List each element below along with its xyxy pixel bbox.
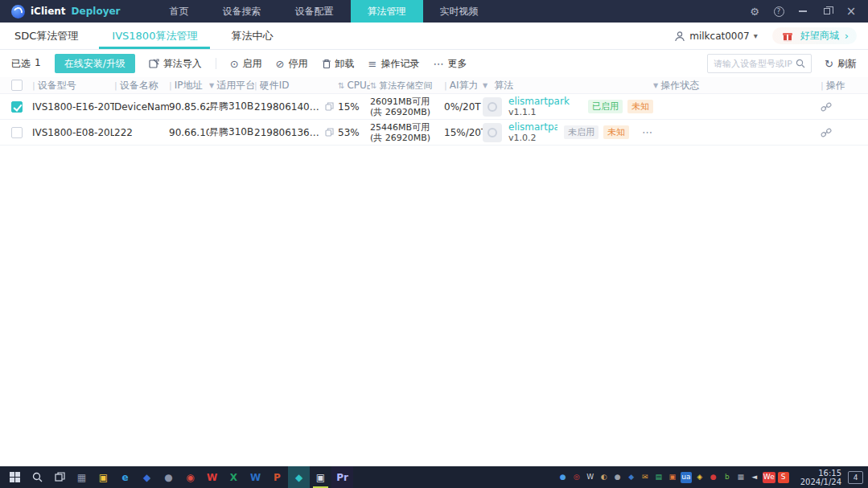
uninstall-button[interactable]: 卸载 xyxy=(322,57,355,71)
install-upgrade-button[interactable]: 在线安装/升级 xyxy=(55,54,135,73)
restore-icon xyxy=(824,8,830,14)
taskbar-app-icon[interactable]: Pr xyxy=(331,466,353,488)
more-icon: ⋯ xyxy=(433,59,443,69)
start-button[interactable] xyxy=(3,466,26,488)
tray-icon[interactable]: W xyxy=(585,472,596,483)
taskbar-app-icon[interactable]: W xyxy=(201,466,223,488)
algorithm-name-link[interactable]: elismartpark xyxy=(508,121,557,133)
row-more-button[interactable]: ⋯ xyxy=(642,129,653,137)
tray-icon[interactable]: b xyxy=(722,472,733,483)
col-device-name[interactable]: |设备名称 xyxy=(114,79,169,92)
tray-icon[interactable]: We xyxy=(763,472,775,483)
nav-item[interactable]: 实时视频 xyxy=(423,0,496,23)
link-icon[interactable] xyxy=(821,102,832,112)
operation-records-button[interactable]: ≡ 操作记录 xyxy=(368,57,420,71)
tray-icon[interactable]: ▣ xyxy=(667,472,678,483)
tray-icon[interactable]: ◈ xyxy=(694,472,706,483)
mall-link[interactable]: 好望商城 › xyxy=(772,27,857,44)
filter-icon[interactable]: ▼ xyxy=(483,82,487,89)
search-input[interactable] xyxy=(714,59,792,69)
taskbar-app-icon[interactable]: P xyxy=(266,466,288,488)
tray-icon[interactable]: ● xyxy=(708,472,719,483)
taskbar-clock[interactable]: 16:15 2024/1/24 xyxy=(800,469,841,486)
nav-item[interactable]: 设备配置 xyxy=(278,0,351,23)
device-name: 222 xyxy=(114,127,169,138)
taskbar-app-icon[interactable]: ▣ xyxy=(93,466,114,488)
copy-icon[interactable] xyxy=(325,128,334,137)
minimize-button[interactable] xyxy=(791,0,815,23)
sort-icon[interactable]: ⇅ xyxy=(370,80,376,91)
col-ip-address[interactable]: |IP地址 xyxy=(169,79,209,92)
tab[interactable]: SDC算法管理 xyxy=(11,23,81,49)
taskbar-app-icon[interactable]: ◉ xyxy=(179,466,201,488)
taskbar-app-icon[interactable]: X xyxy=(223,466,245,488)
col-algorithm[interactable]: ▼算法 xyxy=(483,79,653,92)
col-hardware-id[interactable]: |硬件ID xyxy=(254,79,338,92)
taskbar-app-icon[interactable]: ● xyxy=(158,466,179,488)
tab[interactable]: 算法中心 xyxy=(228,23,276,49)
table-row: IVS1800-E16-20T 128CH DeviceName 90.85.6… xyxy=(0,94,868,120)
enable-button[interactable]: ⊙ 启用 xyxy=(230,57,262,71)
algorithm-import-button[interactable]: 算法导入 xyxy=(149,57,202,71)
taskbar-app-icon[interactable]: ▦ xyxy=(71,466,93,488)
tray-icon[interactable]: ▦ xyxy=(735,472,747,483)
storage-space: 25446MB可用 (共 26920MB) xyxy=(370,122,444,143)
tray-icon[interactable]: ◎ xyxy=(571,472,582,483)
tray-icon[interactable]: ▤ xyxy=(653,472,664,483)
tray-icon[interactable]: ◐ xyxy=(599,472,610,483)
taskbar-app-icon[interactable]: ◆ xyxy=(136,466,158,488)
tray-icon[interactable]: ua xyxy=(681,472,692,483)
col-cpu-usage[interactable]: ⇅CPU占有率 xyxy=(338,79,370,92)
tray-icon[interactable]: ◆ xyxy=(626,472,637,483)
settings-button[interactable]: ⚙ xyxy=(743,0,767,23)
col-storage[interactable]: ⇅算法存储空间 xyxy=(370,80,444,91)
device-search-box xyxy=(707,54,812,73)
restore-button[interactable] xyxy=(815,0,839,23)
sort-icon[interactable]: ⇅ xyxy=(338,81,344,90)
records-icon: ≡ xyxy=(368,59,377,69)
row-checkbox[interactable] xyxy=(11,127,23,138)
notification-center-button[interactable]: 4 xyxy=(848,471,863,484)
tray-icon[interactable]: ✉ xyxy=(640,472,651,483)
refresh-button[interactable]: ↻ 刷新 xyxy=(825,57,857,71)
task-view-icon xyxy=(55,472,65,482)
nav-item[interactable]: 算法管理 xyxy=(351,0,423,23)
disable-button[interactable]: ⊘ 停用 xyxy=(276,57,308,71)
nav-item[interactable]: 首页 xyxy=(153,0,206,23)
algorithm-name-link[interactable]: elismartpark xyxy=(508,96,582,107)
toolbar: 已选1 在线安装/升级 算法导入 ⊙ 启用 ⊘ 停用 卸载 ≡ 操作记录 ⋯ 更… xyxy=(0,50,868,77)
taskbar-app-icon[interactable]: ▣ xyxy=(310,466,331,488)
app-brand: iClient Deployer xyxy=(0,0,132,23)
col-platform[interactable]: ▼适用平台 xyxy=(209,79,254,92)
nav-item[interactable]: 设备搜索 xyxy=(206,0,278,23)
status-badge: 未启用 xyxy=(564,125,599,139)
search-icon[interactable] xyxy=(796,59,805,68)
tab[interactable]: IVS1800算法管理 xyxy=(109,23,200,49)
filter-icon[interactable]: ▼ xyxy=(209,82,214,89)
taskbar-app-icon[interactable]: e xyxy=(114,466,136,488)
close-button[interactable]: × xyxy=(839,0,863,23)
tray-icon[interactable]: S xyxy=(778,472,789,483)
tray-icon[interactable]: ◄ xyxy=(749,472,760,483)
table-header: |设备型号 |设备名称 |IP地址 ▼适用平台 |硬件ID ⇅CPU占有率 ⇅算… xyxy=(0,77,868,94)
app-name: iClient xyxy=(31,6,66,17)
taskbar-app-icon[interactable]: W xyxy=(245,466,266,488)
select-all-checkbox[interactable] xyxy=(11,80,23,91)
more-button[interactable]: ⋯ 更多 xyxy=(433,57,467,71)
col-ai-power[interactable]: |AI算力 xyxy=(444,79,483,92)
filter-icon[interactable]: ▼ xyxy=(653,82,658,89)
col-operation-status[interactable]: ▼操作状态 xyxy=(653,79,788,92)
taskbar-search-button[interactable] xyxy=(26,466,48,488)
status-badge: 已启用 xyxy=(588,100,623,113)
help-button[interactable]: ? xyxy=(767,0,791,23)
tray-icon[interactable]: ● xyxy=(557,472,569,483)
user-menu[interactable]: milkcat0007 ▾ xyxy=(674,31,758,42)
col-device-model[interactable]: |设备型号 xyxy=(32,79,114,92)
link-icon[interactable] xyxy=(821,128,832,137)
task-view-button[interactable] xyxy=(48,466,71,488)
copy-icon[interactable] xyxy=(325,102,334,111)
tray-icon[interactable]: ● xyxy=(612,472,623,483)
taskbar-app-icon[interactable]: ◆ xyxy=(288,466,310,488)
row-checkbox[interactable] xyxy=(11,101,23,113)
ip-address: 90.66.105.33 xyxy=(169,127,209,138)
